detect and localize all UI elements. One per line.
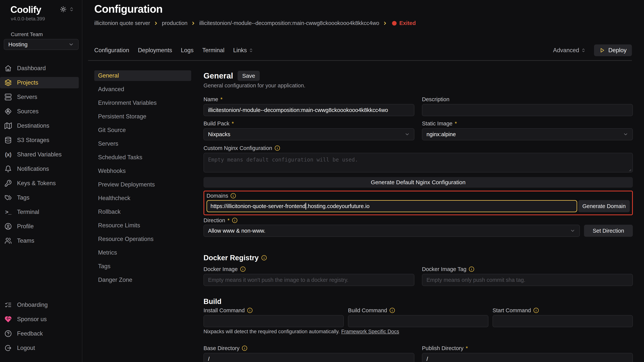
direction-value: Allow www & non-www. [208, 228, 266, 234]
sidebar-item-label: Sponsor us [17, 316, 47, 323]
publish-directory-input[interactable] [422, 353, 633, 362]
base-directory-input[interactable] [204, 353, 414, 362]
sidebar-item-label: S3 Storages [17, 137, 50, 144]
build-command-input[interactable] [348, 315, 488, 327]
start-command-input[interactable] [492, 315, 633, 327]
server-icon [4, 93, 12, 101]
sidebar-item-keys-tokens[interactable]: Keys & Tokens [0, 178, 82, 189]
info-icon [533, 308, 539, 313]
chevron-down-icon [623, 132, 628, 137]
sidebar-item-notifications[interactable]: Notifications [0, 163, 82, 175]
breadcrumb-environment[interactable]: production [162, 20, 188, 26]
map-icon [4, 122, 12, 129]
build-heading: Build [204, 298, 222, 306]
save-button[interactable]: Save [238, 71, 260, 81]
subnav-item-general[interactable]: General [94, 70, 191, 81]
docker-image-input[interactable] [204, 274, 414, 286]
sidebar-item-servers[interactable]: Servers [0, 91, 82, 103]
static-image-select[interactable]: nginx:alpine [422, 128, 633, 140]
subnav-item-git-source[interactable]: Git Source [94, 125, 191, 135]
sidebar-item-onboarding[interactable]: Onboarding [0, 299, 82, 311]
subnav-item-persistent-storage[interactable]: Persistent Storage [94, 111, 191, 122]
subnav-item-advanced[interactable]: Advanced [94, 84, 191, 95]
subnav-item-healthcheck[interactable]: Healthcheck [94, 193, 191, 204]
sidebar-item-dashboard[interactable]: Dashboard [0, 63, 82, 74]
breadcrumb-project[interactable]: illicitonion quote server [94, 20, 150, 26]
subnav-item-environment-variables[interactable]: Environment Variables [94, 98, 191, 108]
nginx-config-textarea[interactable] [204, 153, 633, 172]
docker-image-tag-input[interactable] [422, 274, 633, 286]
help-icon [4, 330, 12, 337]
sidebar-item-s3-storages[interactable]: S3 Storages [0, 134, 82, 146]
sidebar-item-label: Servers [17, 94, 37, 100]
play-icon [599, 47, 605, 53]
chevron-right-icon [382, 21, 388, 26]
sidebar-item-logout[interactable]: Logout [0, 342, 82, 354]
subnav-item-preview-deployments[interactable]: Preview Deployments [94, 179, 191, 190]
set-direction-button[interactable]: Set Direction [584, 225, 633, 237]
sidebar-item-label: Sources [17, 108, 38, 115]
direction-select[interactable]: Allow www & non-www. [204, 225, 580, 237]
generate-domain-button[interactable]: Generate Domain [578, 200, 630, 212]
database-icon [4, 137, 12, 144]
subnav-item-rollback[interactable]: Rollback [94, 207, 191, 217]
tab-logs[interactable]: Logs [181, 47, 194, 54]
subnav-item-resource-limits[interactable]: Resource Limits [94, 220, 191, 231]
subnav-item-servers[interactable]: Servers [94, 138, 191, 149]
current-team-label: Current Team [11, 31, 43, 37]
divider [88, 60, 632, 61]
subnav-item-resource-operations[interactable]: Resource Operations [94, 234, 191, 244]
sidebar-item-label: Destinations [17, 122, 50, 129]
subnav-item-scheduled-tasks[interactable]: Scheduled Tasks [94, 152, 191, 163]
info-icon [232, 218, 238, 223]
sidebar-item-feedback[interactable]: Feedback [0, 328, 82, 339]
breadcrumb-resource[interactable]: illicitestonion/-module--decomposition:m… [199, 20, 379, 26]
sidebar-item-shared-variables[interactable]: (x) Shared Variables [0, 149, 82, 160]
tab-links[interactable]: Links [233, 47, 253, 54]
sidebar-item-sources[interactable]: Sources [0, 106, 82, 117]
sidebar-item-tags[interactable]: Tags [0, 192, 82, 203]
framework-docs-link[interactable]: Framework Specific Docs [341, 329, 399, 334]
sidebar-item-sponsor-us[interactable]: Sponsor us [0, 314, 82, 325]
subnav-item-webhooks[interactable]: Webhooks [94, 166, 191, 176]
chevron-down-icon [570, 228, 575, 233]
sidebar-item-label: Keys & Tokens [17, 180, 56, 187]
deploy-button[interactable]: Deploy [594, 44, 632, 56]
tab-configuration[interactable]: Configuration [94, 47, 129, 54]
chevrons-up-down-icon [581, 48, 586, 52]
info-icon [390, 308, 395, 313]
team-select[interactable]: Hosting [4, 39, 78, 50]
subnav-item-metrics[interactable]: Metrics [94, 247, 191, 258]
info-icon [261, 255, 267, 261]
advanced-label: Advanced [553, 47, 579, 54]
sidebar-item-label: Shared Variables [17, 151, 62, 158]
description-input[interactable] [422, 104, 633, 116]
sidebar-item-teams[interactable]: Teams [0, 235, 82, 246]
tab-deployments[interactable]: Deployments [138, 47, 172, 54]
section-subtitle: General configuration for your applicati… [204, 82, 633, 89]
domains-fieldset: Domains https://illicitonion-quote-serve… [204, 191, 633, 215]
generate-nginx-button[interactable]: Generate Default Nginx Configuration [204, 177, 633, 188]
sidebar-item-terminal[interactable]: >_ Terminal [0, 206, 82, 218]
tab-terminal[interactable]: Terminal [202, 47, 224, 54]
info-icon [274, 145, 280, 151]
theme-toggle-sun-icon[interactable] [60, 6, 66, 12]
info-icon [247, 308, 253, 313]
sidebar-item-profile[interactable]: Profile [0, 221, 82, 232]
text-cursor [306, 203, 306, 210]
name-input[interactable] [204, 104, 414, 116]
sidebar-item-projects[interactable]: Projects [0, 77, 79, 88]
status-dot-icon [392, 21, 396, 25]
domains-input[interactable]: https://illicitonion-quote-server-fronte… [206, 200, 577, 212]
info-icon [230, 193, 236, 199]
required-asterisk: * [227, 217, 230, 224]
resize-handle[interactable] [628, 168, 631, 171]
sidebar-item-destinations[interactable]: Destinations [0, 120, 82, 131]
advanced-dropdown[interactable]: Advanced [553, 47, 586, 54]
build-pack-select[interactable]: Nixpacks [204, 128, 414, 140]
name-label: Name [204, 96, 218, 102]
subnav-item-danger-zone[interactable]: Danger Zone [94, 275, 191, 285]
install-command-input[interactable] [204, 315, 344, 327]
theme-select-chevrons-icon[interactable] [69, 7, 74, 12]
subnav-item-tags[interactable]: Tags [94, 261, 191, 272]
